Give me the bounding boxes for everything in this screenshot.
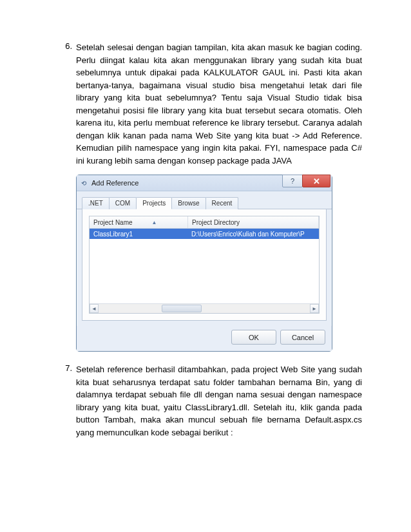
tab-recent[interactable]: Recent — [206, 197, 239, 209]
table-row[interactable]: ClassLibrary1 D:\Users\Enrico\Kuliah dan… — [90, 229, 319, 239]
tab-panel: Project Name ▲ Project Directory ClassLi… — [82, 209, 327, 321]
dialog-titlebar: ⟲ Add Reference ? ✕ — [77, 175, 332, 191]
cell-project-directory: D:\Users\Enrico\Kuliah dan Komputer\P — [187, 229, 319, 239]
list-number: 7. — [58, 363, 76, 439]
tab-projects[interactable]: Projects — [136, 197, 172, 209]
scroll-right-icon[interactable]: ► — [310, 304, 319, 313]
list-item-7: 7. Setelah reference berhasil ditambahka… — [58, 363, 362, 439]
sort-asc-icon: ▲ — [152, 220, 157, 225]
list-item-6: 6. Setelah selesai dengan bagian tampila… — [58, 41, 362, 167]
document-page: 6. Setelah selesai dengan bagian tampila… — [0, 0, 411, 439]
projects-grid[interactable]: Project Name ▲ Project Directory ClassLi… — [89, 216, 320, 314]
list-text: Setelah reference berhasil ditambahkan, … — [76, 363, 362, 439]
tab-bar: .NET COM Projects Browse Recent — [77, 191, 332, 209]
cancel-button[interactable]: Cancel — [280, 330, 325, 345]
close-button[interactable]: ✕ — [302, 175, 330, 187]
column-project-directory[interactable]: Project Directory — [188, 216, 319, 228]
grid-header: Project Name ▲ Project Directory — [90, 216, 319, 229]
scroll-track[interactable] — [99, 304, 310, 313]
column-label: Project Directory — [192, 219, 240, 226]
scroll-left-icon[interactable]: ◄ — [90, 304, 99, 313]
add-reference-dialog: ⟲ Add Reference ? ✕ .NET COM Projects Br… — [76, 175, 332, 352]
dialog-button-row: OK Cancel — [77, 326, 332, 351]
link-icon: ⟲ — [79, 178, 88, 187]
tab-com[interactable]: COM — [109, 197, 137, 209]
column-label: Project Name — [93, 219, 133, 226]
window-buttons: ? ✕ — [283, 175, 330, 187]
ok-button[interactable]: OK — [231, 330, 276, 345]
column-project-name[interactable]: Project Name ▲ — [90, 216, 188, 228]
tab-net[interactable]: .NET — [82, 197, 110, 209]
horizontal-scrollbar[interactable]: ◄ ► — [90, 303, 319, 313]
scroll-thumb[interactable] — [162, 305, 202, 312]
list-text: Setelah selesai dengan bagian tampilan, … — [76, 41, 362, 167]
help-button[interactable]: ? — [282, 175, 303, 187]
cell-project-name: ClassLibrary1 — [90, 229, 187, 239]
embedded-screenshot: ⟲ Add Reference ? ✕ .NET COM Projects Br… — [76, 175, 331, 352]
tab-browse[interactable]: Browse — [171, 197, 206, 209]
list-number: 6. — [58, 41, 76, 167]
